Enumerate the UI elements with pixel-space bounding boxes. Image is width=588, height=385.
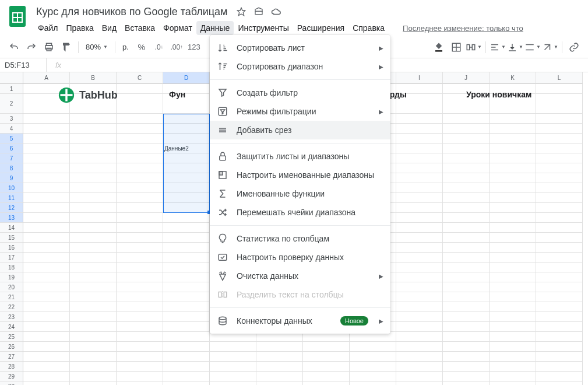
cell[interactable] xyxy=(536,352,583,362)
cell[interactable] xyxy=(117,213,163,223)
cell[interactable] xyxy=(536,272,583,282)
cell[interactable] xyxy=(536,302,583,312)
cell[interactable] xyxy=(117,94,163,114)
cell[interactable] xyxy=(117,302,163,312)
cell[interactable] xyxy=(163,332,210,342)
cell[interactable] xyxy=(350,362,396,372)
cell[interactable] xyxy=(490,292,536,302)
cell[interactable] xyxy=(256,342,303,352)
cell[interactable] xyxy=(70,352,117,362)
cell[interactable] xyxy=(396,223,443,233)
cell[interactable] xyxy=(490,203,536,213)
cell[interactable] xyxy=(23,153,70,163)
cell[interactable] xyxy=(163,253,210,262)
valign-button[interactable]: ▼ xyxy=(507,39,523,55)
decrease-decimal-button[interactable]: .0↓ xyxy=(151,39,167,55)
cell[interactable] xyxy=(117,382,163,385)
cell[interactable] xyxy=(23,362,70,372)
cell[interactable] xyxy=(70,342,117,352)
cell[interactable] xyxy=(23,262,70,272)
menu-item-named-range[interactable]: Настроить именованные диапазоны xyxy=(210,166,390,184)
cell[interactable] xyxy=(536,282,583,292)
cell[interactable] xyxy=(163,243,210,253)
cell[interactable] xyxy=(70,114,117,124)
cell[interactable] xyxy=(443,144,490,153)
cell[interactable] xyxy=(70,183,117,193)
cell[interactable] xyxy=(163,372,210,382)
cell[interactable] xyxy=(350,342,396,352)
row-header-28[interactable]: 28 xyxy=(0,362,23,372)
cell[interactable] xyxy=(443,282,490,292)
row-header-17[interactable]: 17 xyxy=(0,253,23,262)
cell[interactable] xyxy=(163,292,210,302)
cell[interactable] xyxy=(163,233,210,243)
cell[interactable] xyxy=(490,193,536,203)
menu-item-bulb[interactable]: Статистика по столбцам xyxy=(210,229,390,248)
sheets-logo-icon[interactable] xyxy=(6,5,29,28)
cell[interactable] xyxy=(536,292,583,302)
rotate-button[interactable]: ▼ xyxy=(542,39,558,55)
cell[interactable] xyxy=(117,282,163,292)
cell[interactable] xyxy=(396,302,443,312)
cell[interactable] xyxy=(536,134,583,144)
cell[interactable] xyxy=(23,272,70,282)
menu-формат[interactable]: Формат xyxy=(159,21,196,35)
cell[interactable] xyxy=(536,243,583,253)
row-header-4[interactable]: 4 xyxy=(0,124,23,134)
cell[interactable] xyxy=(163,362,210,372)
row-header-16[interactable]: 16 xyxy=(0,243,23,253)
cell[interactable] xyxy=(163,163,210,173)
cell[interactable] xyxy=(350,352,396,362)
cell[interactable] xyxy=(210,352,256,362)
cell[interactable] xyxy=(117,253,163,262)
cell[interactable] xyxy=(536,332,583,342)
menu-item-filter[interactable]: Создать фильтр xyxy=(210,83,390,102)
cell[interactable] xyxy=(536,233,583,243)
cell[interactable] xyxy=(23,312,70,322)
cell[interactable] xyxy=(117,272,163,282)
cell[interactable] xyxy=(443,352,490,362)
cell[interactable] xyxy=(70,322,117,332)
cell[interactable] xyxy=(396,362,443,372)
cell[interactable] xyxy=(117,134,163,144)
cell[interactable] xyxy=(117,173,163,183)
cell[interactable] xyxy=(490,213,536,223)
cell[interactable] xyxy=(490,312,536,322)
menu-item-shuffle[interactable]: Перемешать ячейки диапазона xyxy=(210,203,390,222)
cell[interactable] xyxy=(23,213,70,223)
cell[interactable] xyxy=(117,183,163,193)
cell[interactable] xyxy=(536,322,583,332)
cell[interactable] xyxy=(163,193,210,203)
print-button[interactable] xyxy=(41,39,57,55)
cell[interactable] xyxy=(23,173,70,183)
cell[interactable] xyxy=(163,272,210,282)
cell[interactable] xyxy=(443,302,490,312)
cell[interactable] xyxy=(23,124,70,134)
link-button[interactable] xyxy=(566,39,582,55)
cell[interactable] xyxy=(117,292,163,302)
cell[interactable] xyxy=(70,272,117,282)
cell[interactable] xyxy=(443,382,490,385)
col-header-C[interactable]: C xyxy=(117,72,163,84)
cell[interactable] xyxy=(350,382,396,385)
cell[interactable] xyxy=(163,352,210,362)
cell[interactable] xyxy=(443,362,490,372)
cell[interactable] xyxy=(443,163,490,173)
cell[interactable] xyxy=(490,124,536,134)
cell[interactable] xyxy=(490,163,536,173)
cell[interactable] xyxy=(117,153,163,163)
row-header-9[interactable]: 9 xyxy=(0,173,23,183)
select-all-corner[interactable] xyxy=(0,72,23,84)
cell[interactable] xyxy=(396,312,443,322)
cell[interactable] xyxy=(490,352,536,362)
cell[interactable] xyxy=(443,312,490,322)
zoom-dropdown[interactable]: 80%▼ xyxy=(82,43,111,51)
row-header-8[interactable]: 8 xyxy=(0,163,23,173)
percent-button[interactable]: % xyxy=(133,39,150,55)
menu-item-lock[interactable]: Защитить листы и диапазоны xyxy=(210,147,390,166)
cell[interactable] xyxy=(70,372,117,382)
cell[interactable] xyxy=(70,382,117,385)
row-header-26[interactable]: 26 xyxy=(0,342,23,352)
cell[interactable] xyxy=(490,223,536,233)
cell[interactable] xyxy=(303,352,350,362)
